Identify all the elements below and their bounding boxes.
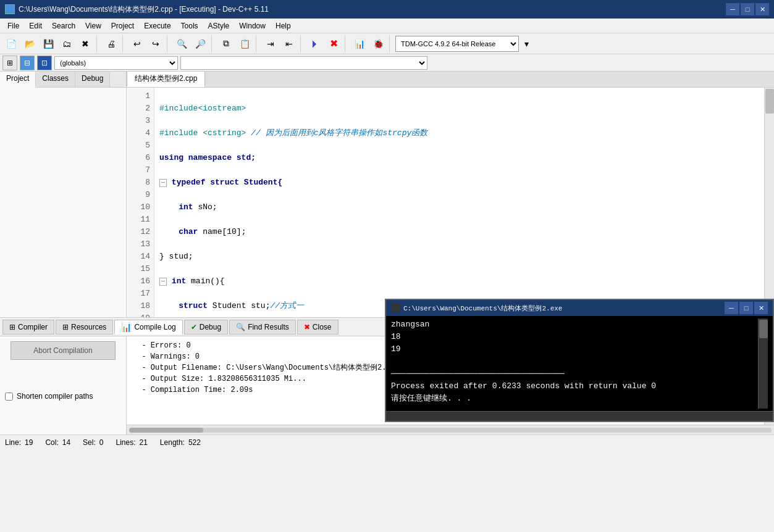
compiler-dropdown[interactable]: ▾ [520, 35, 532, 52]
close-file-button[interactable]: ✖ [77, 35, 94, 52]
console-titlebar: C:\Users\Wang\Documents\结构体类型例2.exe ─ □ … [386, 300, 773, 316]
left-panel: Project Classes Debug [0, 72, 127, 317]
toolbar-sep8 [389, 35, 393, 52]
toolbar1: 📄 📂 💾 🗂 ✖ 🖨 ↩ ↪ 🔍 🔎 ⧉ 📋 ⇥ ⇤ ⏵ ✖ 📊 🐞 TDM-… [0, 33, 774, 54]
debug-tab-label: Debug [200, 323, 221, 331]
col-label: Col: [45, 438, 58, 447]
status-col: Col: 14 [45, 438, 70, 447]
scope-select[interactable]: (globals) [54, 56, 178, 70]
menu-view[interactable]: View [80, 20, 106, 31]
menu-execute[interactable]: Execute [139, 20, 175, 31]
debug-button[interactable]: 🐞 [369, 35, 387, 52]
length-label: Length: [160, 438, 185, 447]
compiler-tab-icon: ⊞ [9, 323, 15, 331]
paste-button[interactable]: 📋 [236, 35, 253, 52]
findresults-tab-label: Find Results [248, 323, 289, 331]
resources-tab-icon: ⊞ [62, 323, 69, 331]
status-sel: Sel: 0 [83, 438, 103, 447]
menubar: File Edit Search View Project Execute To… [0, 19, 774, 33]
save-button[interactable]: 💾 [40, 35, 57, 52]
console-window: C:\Users\Wang\Documents\结构体类型例2.exe ─ □ … [385, 299, 774, 422]
console-maximize-button[interactable]: □ [739, 302, 753, 314]
copy-button[interactable]: ⧉ [217, 35, 235, 52]
tb2-btn2[interactable]: ⊟ [20, 56, 35, 70]
menu-project[interactable]: Project [106, 20, 139, 31]
open-button[interactable]: 📂 [21, 35, 38, 52]
shorten-compiler-paths[interactable]: Shorten compiler paths [5, 392, 93, 401]
profile-button[interactable]: 📊 [351, 35, 368, 52]
console-app-icon [391, 304, 400, 312]
shorten-paths-checkbox[interactable] [5, 393, 13, 401]
length-value: 522 [188, 438, 201, 447]
btab-close[interactable]: ✖ Close [297, 320, 339, 335]
minimize-button[interactable]: ─ [726, 3, 739, 15]
left-tabs: Project Classes Debug [0, 72, 126, 88]
menu-astyle[interactable]: AStyle [203, 20, 235, 31]
console-hscroll[interactable] [386, 411, 773, 421]
console-minimize-button[interactable]: ─ [725, 302, 738, 314]
menu-window[interactable]: Window [234, 20, 271, 31]
file-tab-main[interactable]: 结构体类型例2.cpp [127, 72, 205, 87]
resources-tab-label: Resources [71, 323, 106, 331]
menu-file[interactable]: File [2, 20, 24, 31]
maximize-button[interactable]: □ [741, 3, 754, 15]
new-button[interactable]: 📄 [2, 35, 20, 52]
console-close-button[interactable]: ✕ [754, 302, 768, 314]
console-body: zhangsan 18 19 ─────────────────────────… [386, 316, 773, 411]
close-button[interactable]: ✕ [755, 3, 769, 15]
toolbar-sep3 [167, 35, 170, 52]
debug-tab-icon: ✔ [191, 323, 197, 331]
compiler-select[interactable]: TDM-GCC 4.9.2 64-bit Release [395, 36, 519, 52]
toolbar-sep5 [256, 35, 259, 52]
btab-debug[interactable]: ✔ Debug [184, 320, 228, 335]
toolbar-sep7 [345, 35, 348, 52]
menu-search[interactable]: Search [47, 20, 80, 31]
menu-tools[interactable]: Tools [176, 20, 203, 31]
hscroll-track[interactable] [129, 428, 772, 433]
compile-button[interactable]: ✖ [325, 35, 342, 52]
sel-label: Sel: [83, 438, 96, 447]
unindent-button[interactable]: ⇤ [280, 35, 298, 52]
window-controls: ─ □ ✕ [726, 3, 769, 15]
status-line: Line: 19 [5, 438, 33, 447]
redo-button[interactable]: ↪ [147, 35, 164, 52]
symbol-select[interactable] [180, 56, 427, 70]
undo-button[interactable]: ↩ [128, 35, 146, 52]
tab-classes[interactable]: Classes [36, 72, 75, 87]
close-tab-icon: ✖ [304, 323, 310, 331]
main-area: Project Classes Debug 结构体类型例2.cpp 12345 … [0, 72, 774, 317]
btab-resources[interactable]: ⊞ Resources [56, 320, 113, 335]
find-button[interactable]: 🔍 [173, 35, 190, 52]
tb2-btn1[interactable]: ⊞ [2, 56, 17, 70]
tb2-btn3[interactable]: ⊡ [37, 56, 52, 70]
line-numbers: 12345 678910 1112131415 1617181920 21 [127, 88, 154, 317]
console-vscroll[interactable] [758, 318, 768, 409]
hscroll-thumb[interactable] [129, 428, 203, 433]
code-content[interactable]: #include<iostream> #include <cstring> //… [154, 88, 764, 317]
btab-findresults[interactable]: 🔍 Find Results [229, 320, 296, 335]
find-replace-button[interactable]: 🔎 [191, 35, 209, 52]
code-area[interactable]: 12345 678910 1112131415 1617181920 21 #i… [127, 88, 774, 317]
titlebar: C:\Users\Wang\Documents\结构体类型例2.cpp - [E… [0, 0, 774, 19]
statusbar: Line: 19 Col: 14 Sel: 0 Lines: 21 Length… [0, 434, 774, 449]
toolbar2: ⊞ ⊟ ⊡ (globals) [0, 54, 774, 72]
menu-help[interactable]: Help [271, 20, 296, 31]
save-all-button[interactable]: 🗂 [58, 35, 75, 52]
tab-debug[interactable]: Debug [75, 72, 110, 87]
compile-run-button[interactable]: ⏵ [306, 35, 324, 52]
tab-project[interactable]: Project [0, 72, 36, 88]
menu-edit[interactable]: Edit [24, 20, 47, 31]
indent-button[interactable]: ⇥ [262, 35, 279, 52]
toolbar-sep6 [300, 35, 304, 52]
editor-vscroll[interactable] [764, 88, 774, 317]
toolbar-sep4 [211, 35, 215, 52]
btab-compilelog[interactable]: 📊 Compile Log [114, 320, 182, 335]
lines-value: 21 [140, 438, 148, 447]
shorten-paths-label: Shorten compiler paths [17, 392, 93, 401]
bottom-hscroll[interactable] [127, 425, 774, 434]
console-win-controls: ─ □ ✕ [725, 302, 768, 314]
editor-area: 结构体类型例2.cpp 12345 678910 1112131415 1617… [127, 72, 774, 317]
abort-compilation-button[interactable]: Abort Compilation [11, 341, 116, 360]
btab-compiler[interactable]: ⊞ Compiler [2, 320, 54, 335]
print-button[interactable]: 🖨 [103, 35, 120, 52]
